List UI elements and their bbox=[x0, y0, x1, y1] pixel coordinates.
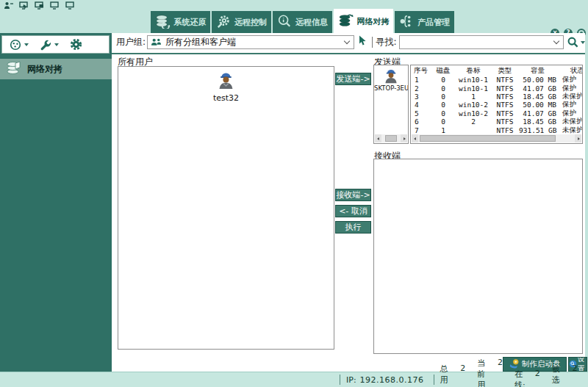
col-header-status[interactable]: 状态 bbox=[560, 66, 583, 76]
info-search-icon bbox=[277, 14, 292, 31]
scroll-left-icon[interactable] bbox=[375, 134, 381, 142]
monitor-copy-icon[interactable] bbox=[35, 1, 44, 10]
search-input[interactable] bbox=[399, 35, 564, 49]
product-tree-icon bbox=[399, 14, 414, 31]
scroll-thumb[interactable] bbox=[385, 135, 397, 142]
col-header-index[interactable]: 序号 bbox=[411, 66, 431, 76]
table-row[interactable]: 40win10-2NTFS50.00 MB保护 bbox=[411, 101, 583, 109]
chevron-down-icon bbox=[54, 43, 59, 46]
col-header-disk[interactable]: 磁盘 bbox=[431, 66, 456, 76]
sender-button[interactable]: 发送端-> bbox=[335, 73, 371, 85]
machine-avatar-icon bbox=[383, 68, 399, 84]
table-row[interactable]: 602NTFS18.45 GB未保护 bbox=[411, 117, 583, 126]
search-label: 寻找: bbox=[376, 36, 397, 48]
sender-disk-table[interactable]: 序号 磁盘 卷标 类型 容量 状态 10win10-1NTFS50.00 MB保… bbox=[410, 65, 583, 144]
table-header-row: 序号 磁盘 卷标 类型 容量 状态 bbox=[411, 65, 583, 76]
monitor-outline-icon[interactable] bbox=[65, 1, 75, 10]
chevron-down-icon bbox=[24, 43, 29, 46]
table-row[interactable]: 301NTFS18.45 GB未保护 bbox=[411, 93, 583, 101]
circle-dots-icon bbox=[9, 38, 22, 51]
table-row[interactable]: 10win10-1NTFS50.00 MB保护 bbox=[411, 76, 583, 84]
sidebar-item-label: 网络对拷 bbox=[27, 63, 62, 76]
tab-system-restore[interactable]: 系统还原 bbox=[151, 11, 210, 33]
search-icon bbox=[567, 37, 578, 48]
machine-name: SKTOP-3EU3S bbox=[374, 84, 408, 92]
database-restore-icon bbox=[155, 14, 171, 31]
sidebar-toolbar bbox=[1, 35, 110, 54]
col-header-volume[interactable]: 卷标 bbox=[456, 66, 491, 76]
scroll-right-icon[interactable] bbox=[401, 134, 407, 142]
sidebar-item-network-copy[interactable]: 网络对拷 bbox=[0, 59, 112, 79]
settings-label: 设置 bbox=[578, 357, 587, 372]
status-bar: IP: 192.168.0.176 总用户:2 当前用户:2 在线:2 被选中:… bbox=[0, 372, 588, 387]
col-header-capacity[interactable]: 容量 bbox=[519, 66, 560, 76]
sender-machine-list[interactable]: SKTOP-3EU3S bbox=[373, 65, 409, 144]
tab-label: 网络对拷 bbox=[357, 16, 390, 27]
receiver-panel[interactable] bbox=[373, 159, 583, 354]
user-group-value: 所有分组和客户端 bbox=[165, 36, 340, 48]
ip-value: 192.168.0.176 bbox=[360, 375, 424, 385]
tab-label: 远程信息 bbox=[295, 17, 328, 28]
separator bbox=[372, 37, 373, 48]
settings-gear-button[interactable] bbox=[69, 37, 83, 51]
chevron-down-icon bbox=[553, 38, 559, 44]
scroll-right-icon[interactable] bbox=[575, 134, 581, 142]
selected-counter: 被选中:2 bbox=[552, 364, 578, 387]
database-copy-icon bbox=[6, 60, 22, 78]
ip-label: IP: bbox=[346, 375, 356, 385]
user-icon[interactable] bbox=[4, 1, 13, 10]
search-button[interactable] bbox=[567, 37, 585, 48]
chevron-down-icon bbox=[343, 38, 349, 44]
machine-list-hscrollbar[interactable] bbox=[375, 134, 407, 142]
online-counter: 在线:2 bbox=[514, 369, 540, 387]
gear-icon bbox=[69, 37, 83, 51]
all-users-panel[interactable]: test32 bbox=[118, 66, 334, 350]
gear-wrench-icon bbox=[216, 14, 231, 31]
user-item[interactable]: test32 bbox=[213, 70, 239, 103]
sender-panel: SKTOP-3EU3S 序号 磁盘 卷标 类型 容量 状态 bbox=[373, 65, 583, 144]
sidebar: 网络对拷 bbox=[0, 33, 112, 372]
table-row[interactable]: 71NTFS931.51 GB未保护 bbox=[411, 126, 583, 134]
wrench-icon bbox=[39, 38, 52, 51]
cancel-button[interactable]: <- 取消 bbox=[335, 205, 371, 217]
user-group-label: 用户组: bbox=[116, 36, 146, 48]
total-users-counter: 总用户:2 bbox=[440, 364, 466, 387]
col-header-type[interactable]: 类型 bbox=[491, 66, 519, 76]
tab-remote-control[interactable]: 远程控制 bbox=[212, 11, 271, 33]
disk-table: 序号 磁盘 卷标 类型 容量 状态 10win10-1NTFS50.00 MB保… bbox=[411, 65, 583, 134]
database-copy-icon bbox=[338, 13, 354, 30]
ip-status: IP: 192.168.0.176 bbox=[340, 375, 424, 385]
chevron-down-icon bbox=[581, 41, 585, 44]
counters-status: 总用户:2 当前用户:2 在线:2 被选中:2 bbox=[434, 375, 588, 385]
monitor-icon[interactable] bbox=[50, 1, 60, 10]
view-mode-button[interactable] bbox=[9, 38, 29, 51]
tab-network-copy[interactable]: 网络对拷 bbox=[334, 9, 393, 34]
execute-button[interactable]: 执行 bbox=[335, 221, 371, 234]
user-avatar-icon bbox=[217, 79, 236, 93]
table-hscrollbar[interactable] bbox=[412, 134, 581, 142]
filter-bar: 用户组: 所有分组和客户端 寻找: bbox=[112, 33, 585, 53]
monitor-cursor-icon[interactable] bbox=[19, 1, 29, 10]
table-row[interactable]: 50win10-2NTFS41.07 GB保护 bbox=[411, 109, 583, 117]
scroll-left-icon[interactable] bbox=[412, 134, 418, 142]
table-row[interactable]: 20win10-1NTFS41.07 GB保护 bbox=[411, 84, 583, 92]
main-area: 用户组: 所有分组和客户端 寻找: 所有用户 test32 发送端-> 接收端-… bbox=[112, 33, 585, 372]
app-window: 系统还原 远程控制 远程信息 网络对拷 产品管理 × ? 网络对拷 用户组: bbox=[0, 0, 588, 387]
user-name: test32 bbox=[213, 93, 239, 103]
cursor-locate-button[interactable] bbox=[358, 35, 368, 49]
user-group-select[interactable]: 所有分组和客户端 bbox=[147, 35, 354, 49]
tab-remote-info[interactable]: 远程信息 bbox=[273, 11, 332, 33]
titlebar-quick-icons bbox=[4, 1, 75, 10]
tools-button[interactable] bbox=[39, 38, 59, 51]
tab-label: 系统还原 bbox=[174, 17, 207, 28]
scroll-thumb[interactable] bbox=[420, 135, 556, 142]
tab-label: 产品管理 bbox=[417, 17, 450, 28]
current-users-counter: 当前用户:2 bbox=[477, 358, 503, 387]
receiver-button[interactable]: 接收端-> bbox=[335, 189, 371, 201]
tab-label: 远程控制 bbox=[234, 17, 267, 28]
users-group-icon bbox=[151, 35, 162, 49]
tab-product-management[interactable]: 产品管理 bbox=[395, 11, 454, 33]
